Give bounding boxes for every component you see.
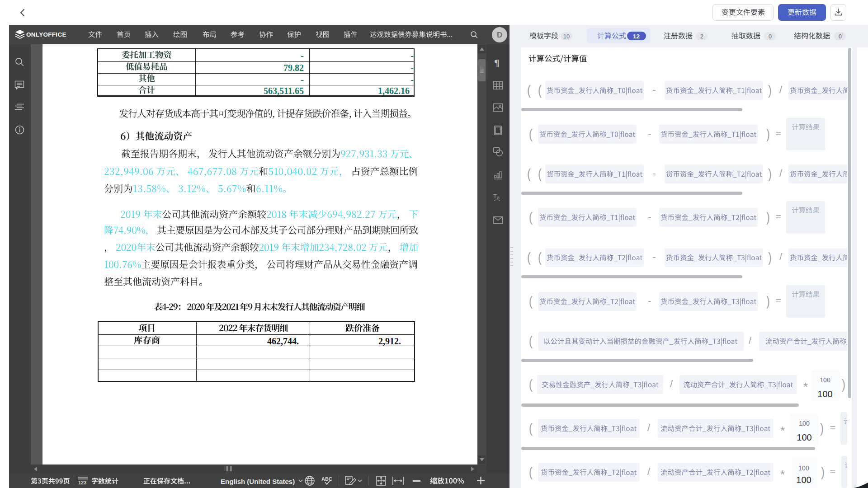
svg-text:123: 123 xyxy=(78,480,86,485)
svg-text:a: a xyxy=(497,195,500,200)
svg-text:ABC: ABC xyxy=(321,476,332,482)
svg-text:T: T xyxy=(493,193,497,200)
